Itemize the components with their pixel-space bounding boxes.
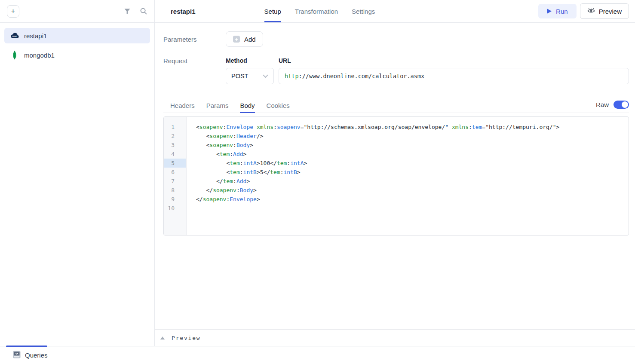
- app-root: + REST: [0, 0, 635, 364]
- method-select[interactable]: POST: [226, 68, 274, 84]
- line-number: 10: [164, 204, 186, 213]
- add-parameter-button[interactable]: + Add: [226, 31, 263, 47]
- url-label: URL: [279, 57, 629, 64]
- code-line[interactable]: </soapenv:Envelope>: [196, 195, 629, 204]
- body-code-editor: 12345678910 <soapenv:Envelope xmlns:soap…: [163, 116, 629, 236]
- line-number: 6: [164, 168, 186, 177]
- url-input[interactable]: http://www.dneonline.com/calculator.asmx: [279, 68, 629, 84]
- preview-button-label: Preview: [599, 8, 622, 15]
- tab-params[interactable]: Params: [206, 98, 229, 113]
- code-line[interactable]: <soapenv:Header/>: [196, 132, 629, 141]
- bottom-panel-bar: Queries: [0, 346, 635, 364]
- line-number: 8: [164, 186, 186, 195]
- plus-square-icon: +: [233, 36, 240, 43]
- query-item-mongodb1[interactable]: mongodb1: [4, 47, 150, 63]
- line-number: 9: [164, 195, 186, 204]
- query-list: REST restapi1 mongodb1: [0, 23, 154, 72]
- code-line[interactable]: <tem:intA>100</tem:intA>: [196, 159, 629, 168]
- tab-setup[interactable]: Setup: [264, 0, 281, 22]
- query-editor-header: restapi1 Setup Transformation Settings R…: [155, 0, 635, 23]
- line-number: 5: [164, 159, 186, 168]
- editor-code[interactable]: <soapenv:Envelope xmlns:soapenv="http://…: [187, 117, 629, 235]
- code-line[interactable]: </tem:Add>: [196, 177, 629, 186]
- setup-content: Parameters + Add Request Method POST: [155, 23, 635, 236]
- code-line[interactable]: <tem:intB>5</tem:intB>: [196, 168, 629, 177]
- query-item-label: restapi1: [24, 32, 47, 40]
- preview-bar-label: Preview: [172, 335, 200, 341]
- method-value: POST: [231, 73, 248, 80]
- request-row: Request Method POST URL http:: [163, 57, 629, 84]
- url-rest: ://www.dneonline.com/calculator.asmx: [299, 73, 425, 80]
- query-title: restapi1: [171, 0, 196, 22]
- main-tabs: Setup Transformation Settings: [264, 0, 375, 22]
- add-parameter-label: Add: [244, 36, 256, 43]
- line-number: 1: [164, 122, 186, 132]
- query-sidebar: + REST: [0, 0, 155, 346]
- code-line[interactable]: [196, 204, 629, 213]
- run-button-label: Run: [556, 8, 568, 15]
- toggle-knob: [622, 101, 628, 108]
- method-label: Method: [226, 57, 274, 64]
- parameters-row: Parameters + Add: [163, 31, 629, 47]
- tab-transformation[interactable]: Transformation: [295, 0, 338, 22]
- tab-settings[interactable]: Settings: [352, 0, 375, 22]
- chevron-down-icon: [263, 73, 268, 80]
- add-query-button[interactable]: +: [7, 5, 19, 18]
- query-item-label: mongodb1: [24, 52, 55, 59]
- tab-headers[interactable]: Headers: [170, 98, 195, 113]
- line-number: 3: [164, 141, 186, 150]
- rest-api-icon: REST: [9, 32, 20, 39]
- line-number: 2: [164, 132, 186, 141]
- line-number: 7: [164, 177, 186, 186]
- rest-icon-text: REST: [12, 35, 18, 37]
- tab-body[interactable]: Body: [240, 98, 255, 113]
- code-line[interactable]: <soapenv:Envelope xmlns:soapenv="http://…: [196, 122, 629, 132]
- filter-icon[interactable]: [123, 7, 131, 15]
- panel-collapse-icon: [13, 351, 21, 360]
- url-scheme: http: [285, 73, 299, 80]
- queries-active-indicator: [6, 346, 47, 347]
- code-line[interactable]: <soapenv:Body>: [196, 141, 629, 150]
- request-label: Request: [163, 57, 226, 84]
- preview-collapse-bar[interactable]: Preview: [155, 329, 635, 346]
- play-icon: [547, 9, 552, 14]
- queries-label-text: Queries: [25, 352, 48, 359]
- queries-panel-toggle[interactable]: Queries: [13, 351, 48, 360]
- preview-button[interactable]: Preview: [580, 3, 629, 19]
- code-line[interactable]: </soapenv:Body>: [196, 186, 629, 195]
- editor-gutter: 12345678910: [164, 117, 187, 235]
- request-body-tabbar: Headers Params Body Cookies Raw: [163, 98, 629, 113]
- query-item-restapi1[interactable]: REST restapi1: [4, 28, 150, 43]
- code-line[interactable]: <tem:Add>: [196, 150, 629, 159]
- sidebar-header: +: [0, 0, 154, 23]
- mongodb-icon: [9, 50, 20, 60]
- search-icon[interactable]: [140, 7, 147, 15]
- eye-icon: [587, 7, 595, 15]
- raw-toggle[interactable]: [614, 101, 629, 109]
- raw-label: Raw: [596, 101, 609, 108]
- triangle-up-icon: [160, 336, 165, 340]
- parameters-label: Parameters: [163, 36, 226, 43]
- line-number: 4: [164, 150, 186, 159]
- run-button[interactable]: Run: [538, 4, 577, 18]
- query-editor-main: restapi1 Setup Transformation Settings R…: [155, 0, 635, 346]
- tab-cookies[interactable]: Cookies: [267, 98, 290, 113]
- main-spacer: [155, 236, 635, 329]
